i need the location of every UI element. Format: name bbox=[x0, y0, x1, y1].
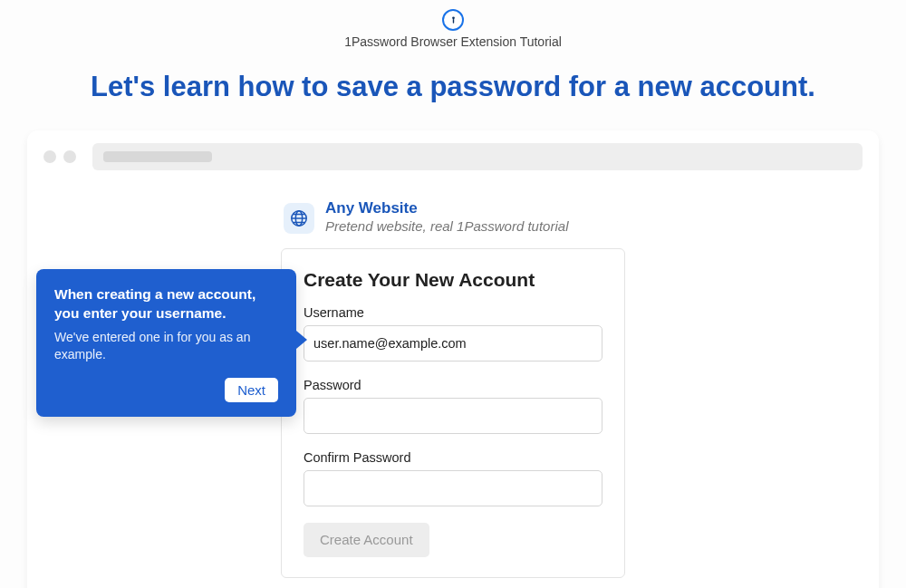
tooltip-body: We've entered one in for you as an examp… bbox=[54, 329, 278, 363]
window-control-dot bbox=[63, 150, 76, 163]
create-account-button[interactable]: Create Account bbox=[304, 523, 429, 557]
site-header: Any Website Pretend website, real 1Passw… bbox=[284, 199, 619, 236]
form-title: Create Your New Account bbox=[304, 269, 602, 291]
svg-point-0 bbox=[452, 16, 455, 19]
confirm-password-label: Confirm Password bbox=[304, 450, 602, 465]
page-headline: Let's learn how to save a password for a… bbox=[91, 71, 815, 103]
globe-icon bbox=[284, 203, 314, 234]
password-label: Password bbox=[304, 378, 602, 392]
window-control-dot bbox=[43, 150, 56, 163]
password-input[interactable] bbox=[304, 398, 602, 434]
browser-chrome bbox=[27, 143, 879, 170]
signup-form: Create Your New Account Username Passwor… bbox=[281, 248, 625, 578]
tutorial-label: 1Password Browser Extension Tutorial bbox=[344, 34, 562, 49]
browser-mockup: Any Website Pretend website, real 1Passw… bbox=[27, 130, 879, 588]
username-label: Username bbox=[304, 305, 602, 320]
site-subtitle: Pretend website, real 1Password tutorial bbox=[325, 217, 568, 236]
site-name: Any Website bbox=[325, 199, 568, 217]
svg-rect-1 bbox=[452, 18, 453, 23]
next-button[interactable]: Next bbox=[225, 378, 278, 402]
tooltip-title: When creating a new account, you enter y… bbox=[54, 285, 278, 323]
confirm-password-input[interactable] bbox=[304, 470, 602, 506]
url-placeholder bbox=[103, 151, 212, 162]
onepassword-logo-icon bbox=[442, 9, 464, 31]
tutorial-tooltip: When creating a new account, you enter y… bbox=[36, 269, 296, 417]
url-bar bbox=[92, 143, 863, 170]
username-input[interactable] bbox=[304, 325, 602, 361]
